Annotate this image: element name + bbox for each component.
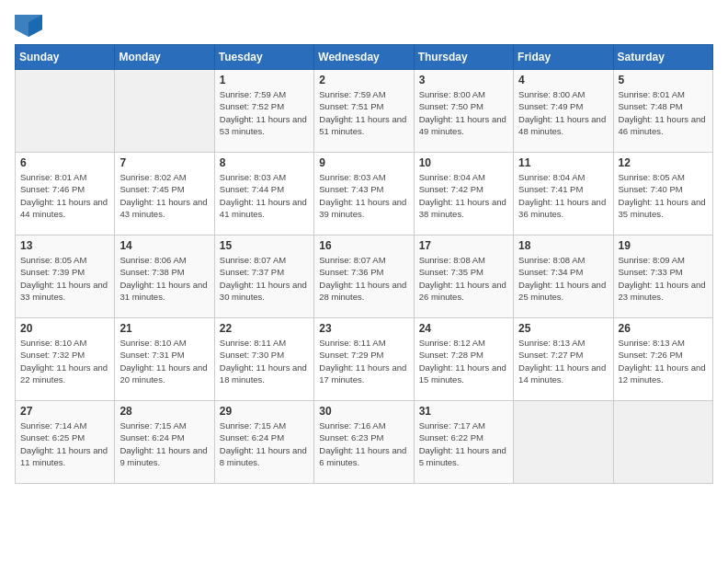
header-thursday: Thursday bbox=[414, 45, 513, 70]
calendar-cell: 29Sunrise: 7:15 AMSunset: 6:24 PMDayligh… bbox=[214, 401, 313, 484]
day-number: 20 bbox=[20, 322, 109, 335]
day-number: 27 bbox=[20, 405, 109, 418]
day-number: 28 bbox=[119, 405, 209, 418]
day-number: 11 bbox=[518, 156, 608, 169]
day-info: Sunrise: 8:05 AMSunset: 7:39 PMDaylight:… bbox=[20, 254, 109, 303]
day-info: Sunrise: 8:07 AMSunset: 7:36 PMDaylight:… bbox=[319, 254, 408, 303]
calendar-table: SundayMondayTuesdayWednesdayThursdayFrid… bbox=[15, 44, 713, 484]
calendar-cell: 10Sunrise: 8:04 AMSunset: 7:42 PMDayligh… bbox=[414, 153, 513, 236]
calendar-cell: 15Sunrise: 8:07 AMSunset: 7:37 PMDayligh… bbox=[214, 236, 313, 318]
day-info: Sunrise: 8:05 AMSunset: 7:40 PMDaylight:… bbox=[619, 171, 708, 220]
calendar-cell: 1Sunrise: 7:59 AMSunset: 7:52 PMDaylight… bbox=[214, 70, 313, 153]
day-number: 1 bbox=[220, 74, 309, 86]
day-info: Sunrise: 8:00 AMSunset: 7:50 PMDaylight:… bbox=[419, 88, 508, 137]
calendar-cell: 31Sunrise: 7:17 AMSunset: 6:22 PMDayligh… bbox=[414, 401, 513, 484]
day-number: 24 bbox=[419, 322, 508, 335]
day-number: 10 bbox=[419, 156, 508, 169]
day-number: 17 bbox=[419, 239, 508, 252]
calendar-cell: 12Sunrise: 8:05 AMSunset: 7:40 PMDayligh… bbox=[613, 153, 712, 236]
day-info: Sunrise: 8:13 AMSunset: 7:26 PMDaylight:… bbox=[619, 337, 708, 385]
calendar-header: SundayMondayTuesdayWednesdayThursdayFrid… bbox=[16, 45, 713, 70]
calendar-week-4: 20Sunrise: 8:10 AMSunset: 7:32 PMDayligh… bbox=[16, 318, 713, 401]
header-sunday: Sunday bbox=[16, 45, 115, 70]
day-info: Sunrise: 8:03 AMSunset: 7:43 PMDaylight:… bbox=[319, 171, 408, 220]
day-info: Sunrise: 8:00 AMSunset: 7:49 PMDaylight:… bbox=[518, 88, 608, 137]
calendar-cell: 28Sunrise: 7:15 AMSunset: 6:24 PMDayligh… bbox=[115, 401, 214, 484]
calendar-week-2: 6Sunrise: 8:01 AMSunset: 7:46 PMDaylight… bbox=[16, 153, 713, 236]
page-header bbox=[15, 15, 713, 37]
calendar-cell bbox=[16, 70, 115, 153]
day-number: 31 bbox=[419, 405, 508, 418]
calendar-week-5: 27Sunrise: 7:14 AMSunset: 6:25 PMDayligh… bbox=[16, 401, 713, 484]
calendar-cell: 21Sunrise: 8:10 AMSunset: 7:31 PMDayligh… bbox=[115, 318, 214, 401]
day-number: 16 bbox=[319, 239, 408, 252]
calendar-cell: 9Sunrise: 8:03 AMSunset: 7:43 PMDaylight… bbox=[314, 153, 414, 236]
day-info: Sunrise: 8:01 AMSunset: 7:46 PMDaylight:… bbox=[20, 171, 109, 220]
day-number: 3 bbox=[419, 74, 508, 86]
header-saturday: Saturday bbox=[613, 45, 712, 70]
calendar-cell bbox=[115, 70, 214, 153]
day-info: Sunrise: 8:08 AMSunset: 7:35 PMDaylight:… bbox=[419, 254, 508, 303]
day-number: 4 bbox=[518, 74, 608, 86]
day-info: Sunrise: 8:07 AMSunset: 7:37 PMDaylight:… bbox=[220, 254, 309, 303]
calendar-cell: 18Sunrise: 8:08 AMSunset: 7:34 PMDayligh… bbox=[514, 236, 613, 318]
day-info: Sunrise: 8:12 AMSunset: 7:28 PMDaylight:… bbox=[419, 337, 508, 385]
day-info: Sunrise: 7:17 AMSunset: 6:22 PMDaylight:… bbox=[419, 419, 508, 468]
day-info: Sunrise: 8:10 AMSunset: 7:31 PMDaylight:… bbox=[119, 337, 209, 385]
calendar-cell: 11Sunrise: 8:04 AMSunset: 7:41 PMDayligh… bbox=[514, 153, 613, 236]
day-number: 14 bbox=[119, 239, 209, 252]
day-info: Sunrise: 8:06 AMSunset: 7:38 PMDaylight:… bbox=[119, 254, 209, 303]
calendar-cell: 2Sunrise: 7:59 AMSunset: 7:51 PMDaylight… bbox=[314, 70, 414, 153]
day-number: 13 bbox=[20, 239, 109, 252]
calendar-cell: 17Sunrise: 8:08 AMSunset: 7:35 PMDayligh… bbox=[414, 236, 513, 318]
calendar-cell: 24Sunrise: 8:12 AMSunset: 7:28 PMDayligh… bbox=[414, 318, 513, 401]
calendar-cell: 26Sunrise: 8:13 AMSunset: 7:26 PMDayligh… bbox=[613, 318, 712, 401]
calendar-cell: 27Sunrise: 7:14 AMSunset: 6:25 PMDayligh… bbox=[16, 401, 115, 484]
day-number: 25 bbox=[518, 322, 608, 335]
calendar-cell: 6Sunrise: 8:01 AMSunset: 7:46 PMDaylight… bbox=[16, 153, 115, 236]
day-number: 19 bbox=[619, 239, 708, 252]
day-number: 26 bbox=[619, 322, 708, 335]
day-number: 15 bbox=[220, 239, 309, 252]
day-info: Sunrise: 8:01 AMSunset: 7:48 PMDaylight:… bbox=[619, 88, 708, 137]
day-number: 12 bbox=[619, 156, 708, 169]
day-info: Sunrise: 7:15 AMSunset: 6:24 PMDaylight:… bbox=[220, 419, 309, 468]
calendar-cell: 30Sunrise: 7:16 AMSunset: 6:23 PMDayligh… bbox=[314, 401, 414, 484]
calendar-cell: 20Sunrise: 8:10 AMSunset: 7:32 PMDayligh… bbox=[16, 318, 115, 401]
day-info: Sunrise: 7:15 AMSunset: 6:24 PMDaylight:… bbox=[119, 419, 209, 468]
calendar-cell: 5Sunrise: 8:01 AMSunset: 7:48 PMDaylight… bbox=[613, 70, 712, 153]
day-number: 29 bbox=[220, 405, 309, 418]
day-number: 30 bbox=[319, 405, 408, 418]
calendar-cell: 4Sunrise: 8:00 AMSunset: 7:49 PMDaylight… bbox=[514, 70, 613, 153]
day-number: 18 bbox=[518, 239, 608, 252]
day-number: 5 bbox=[619, 74, 708, 86]
header-wednesday: Wednesday bbox=[314, 45, 414, 70]
calendar-cell: 25Sunrise: 8:13 AMSunset: 7:27 PMDayligh… bbox=[514, 318, 613, 401]
calendar-cell: 19Sunrise: 8:09 AMSunset: 7:33 PMDayligh… bbox=[613, 236, 712, 318]
day-info: Sunrise: 8:08 AMSunset: 7:34 PMDaylight:… bbox=[518, 254, 608, 303]
day-info: Sunrise: 8:03 AMSunset: 7:44 PMDaylight:… bbox=[220, 171, 309, 220]
calendar-cell: 3Sunrise: 8:00 AMSunset: 7:50 PMDaylight… bbox=[414, 70, 513, 153]
calendar-week-3: 13Sunrise: 8:05 AMSunset: 7:39 PMDayligh… bbox=[16, 236, 713, 318]
day-info: Sunrise: 7:59 AMSunset: 7:51 PMDaylight:… bbox=[319, 88, 408, 137]
logo bbox=[15, 15, 46, 37]
day-number: 23 bbox=[319, 322, 408, 335]
calendar-cell: 22Sunrise: 8:11 AMSunset: 7:30 PMDayligh… bbox=[214, 318, 313, 401]
day-info: Sunrise: 8:09 AMSunset: 7:33 PMDaylight:… bbox=[619, 254, 708, 303]
day-number: 22 bbox=[220, 322, 309, 335]
day-info: Sunrise: 7:59 AMSunset: 7:52 PMDaylight:… bbox=[220, 88, 309, 137]
day-info: Sunrise: 8:04 AMSunset: 7:41 PMDaylight:… bbox=[518, 171, 608, 220]
day-number: 21 bbox=[119, 322, 209, 335]
header-tuesday: Tuesday bbox=[214, 45, 313, 70]
calendar-cell: 23Sunrise: 8:11 AMSunset: 7:29 PMDayligh… bbox=[314, 318, 414, 401]
calendar-cell: 8Sunrise: 8:03 AMSunset: 7:44 PMDaylight… bbox=[214, 153, 313, 236]
day-number: 8 bbox=[220, 156, 309, 169]
day-info: Sunrise: 8:02 AMSunset: 7:45 PMDaylight:… bbox=[119, 171, 209, 220]
header-friday: Friday bbox=[514, 45, 613, 70]
day-info: Sunrise: 8:10 AMSunset: 7:32 PMDaylight:… bbox=[20, 337, 109, 385]
calendar-week-1: 1Sunrise: 7:59 AMSunset: 7:52 PMDaylight… bbox=[16, 70, 713, 153]
header-monday: Monday bbox=[115, 45, 214, 70]
calendar-cell bbox=[613, 401, 712, 484]
calendar-cell bbox=[514, 401, 613, 484]
logo-icon bbox=[15, 15, 42, 37]
